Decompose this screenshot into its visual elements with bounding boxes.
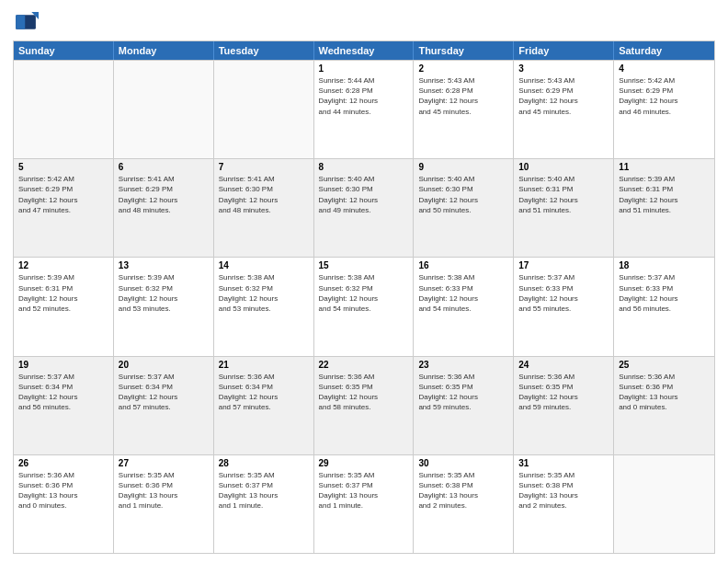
day-info: Sunrise: 5:35 AMSunset: 6:37 PMDaylight:… xyxy=(219,470,309,511)
day-number: 4 xyxy=(619,63,710,74)
day-number: 17 xyxy=(518,260,609,270)
cal-cell: 2Sunrise: 5:43 AMSunset: 6:28 PMDaylight… xyxy=(414,61,514,158)
cal-header-cell: Tuesday xyxy=(214,41,314,60)
cal-header-cell: Thursday xyxy=(414,41,514,60)
day-number: 3 xyxy=(518,63,609,74)
day-number: 11 xyxy=(619,162,710,172)
cal-cell: 19Sunrise: 5:37 AMSunset: 6:34 PMDayligh… xyxy=(14,357,114,454)
cal-cell: 12Sunrise: 5:39 AMSunset: 6:31 PMDayligh… xyxy=(14,258,114,355)
day-number: 30 xyxy=(418,458,508,468)
cal-cell: 13Sunrise: 5:39 AMSunset: 6:32 PMDayligh… xyxy=(114,258,214,355)
day-info: Sunrise: 5:39 AMSunset: 6:31 PMDaylight:… xyxy=(18,272,108,314)
cal-cell: 6Sunrise: 5:41 AMSunset: 6:29 PMDaylight… xyxy=(114,159,214,257)
day-info: Sunrise: 5:36 AMSunset: 6:34 PMDaylight:… xyxy=(219,372,309,413)
cal-cell: 4Sunrise: 5:42 AMSunset: 6:29 PMDaylight… xyxy=(614,61,714,158)
day-number: 6 xyxy=(119,162,209,172)
cal-cell xyxy=(214,61,314,158)
cal-cell xyxy=(14,61,114,158)
cal-header-cell: Monday xyxy=(114,41,214,60)
day-info: Sunrise: 5:36 AMSunset: 6:36 PMDaylight:… xyxy=(18,470,108,511)
day-info: Sunrise: 5:35 AMSunset: 6:38 PMDaylight:… xyxy=(418,470,508,511)
day-number: 5 xyxy=(18,162,108,172)
cal-cell: 27Sunrise: 5:35 AMSunset: 6:36 PMDayligh… xyxy=(114,455,214,553)
day-info: Sunrise: 5:38 AMSunset: 6:33 PMDaylight:… xyxy=(418,272,508,314)
cal-header-cell: Wednesday xyxy=(314,41,415,60)
cal-cell: 11Sunrise: 5:39 AMSunset: 6:31 PMDayligh… xyxy=(614,159,714,257)
day-number: 9 xyxy=(418,162,508,172)
cal-cell: 29Sunrise: 5:35 AMSunset: 6:37 PMDayligh… xyxy=(314,455,415,553)
day-info: Sunrise: 5:40 AMSunset: 6:30 PMDaylight:… xyxy=(418,174,508,215)
day-info: Sunrise: 5:36 AMSunset: 6:36 PMDaylight:… xyxy=(619,372,710,413)
day-info: Sunrise: 5:40 AMSunset: 6:30 PMDaylight:… xyxy=(319,174,409,215)
cal-cell: 26Sunrise: 5:36 AMSunset: 6:36 PMDayligh… xyxy=(14,455,114,553)
day-number: 19 xyxy=(18,360,108,370)
page: SundayMondayTuesdayWednesdayThursdayFrid… xyxy=(0,0,728,563)
day-info: Sunrise: 5:38 AMSunset: 6:32 PMDaylight:… xyxy=(219,272,309,314)
day-info: Sunrise: 5:42 AMSunset: 6:29 PMDaylight:… xyxy=(18,174,108,215)
cal-row: 12Sunrise: 5:39 AMSunset: 6:31 PMDayligh… xyxy=(14,257,714,355)
cal-cell: 23Sunrise: 5:36 AMSunset: 6:35 PMDayligh… xyxy=(414,357,514,454)
logo-icon xyxy=(13,9,39,35)
day-info: Sunrise: 5:37 AMSunset: 6:34 PMDaylight:… xyxy=(18,372,108,413)
day-info: Sunrise: 5:37 AMSunset: 6:34 PMDaylight:… xyxy=(119,372,209,413)
cal-row: 19Sunrise: 5:37 AMSunset: 6:34 PMDayligh… xyxy=(14,356,714,454)
cal-cell: 9Sunrise: 5:40 AMSunset: 6:30 PMDaylight… xyxy=(414,159,514,257)
day-info: Sunrise: 5:36 AMSunset: 6:35 PMDaylight:… xyxy=(518,372,609,413)
cal-row: 1Sunrise: 5:44 AMSunset: 6:28 PMDaylight… xyxy=(14,60,714,158)
day-number: 13 xyxy=(119,260,209,270)
day-number: 2 xyxy=(418,63,508,74)
day-number: 14 xyxy=(219,260,309,270)
cal-cell xyxy=(114,61,214,158)
day-info: Sunrise: 5:41 AMSunset: 6:30 PMDaylight:… xyxy=(219,174,309,215)
day-number: 23 xyxy=(418,360,508,370)
day-number: 31 xyxy=(518,458,609,468)
cal-cell: 15Sunrise: 5:38 AMSunset: 6:32 PMDayligh… xyxy=(314,258,415,355)
cal-cell: 16Sunrise: 5:38 AMSunset: 6:33 PMDayligh… xyxy=(414,258,514,355)
cal-row: 5Sunrise: 5:42 AMSunset: 6:29 PMDaylight… xyxy=(14,158,714,257)
day-number: 16 xyxy=(418,260,508,270)
day-number: 21 xyxy=(219,360,309,370)
cal-cell: 24Sunrise: 5:36 AMSunset: 6:35 PMDayligh… xyxy=(514,357,614,454)
calendar: SundayMondayTuesdayWednesdayThursdayFrid… xyxy=(13,40,715,554)
day-info: Sunrise: 5:37 AMSunset: 6:33 PMDaylight:… xyxy=(518,272,609,314)
day-info: Sunrise: 5:40 AMSunset: 6:31 PMDaylight:… xyxy=(518,174,609,215)
day-number: 8 xyxy=(319,162,409,172)
day-number: 18 xyxy=(619,260,710,270)
day-info: Sunrise: 5:36 AMSunset: 6:35 PMDaylight:… xyxy=(319,372,409,413)
day-info: Sunrise: 5:35 AMSunset: 6:37 PMDaylight:… xyxy=(319,470,409,511)
day-info: Sunrise: 5:35 AMSunset: 6:36 PMDaylight:… xyxy=(119,470,209,511)
cal-cell: 22Sunrise: 5:36 AMSunset: 6:35 PMDayligh… xyxy=(314,357,415,454)
day-number: 29 xyxy=(319,458,409,468)
cal-row: 26Sunrise: 5:36 AMSunset: 6:36 PMDayligh… xyxy=(14,454,714,553)
day-number: 27 xyxy=(119,458,209,468)
cal-header-cell: Friday xyxy=(514,41,614,60)
day-info: Sunrise: 5:37 AMSunset: 6:33 PMDaylight:… xyxy=(619,272,710,314)
day-number: 10 xyxy=(518,162,609,172)
header xyxy=(13,9,715,35)
logo xyxy=(13,9,42,35)
day-number: 7 xyxy=(219,162,309,172)
day-info: Sunrise: 5:39 AMSunset: 6:31 PMDaylight:… xyxy=(619,174,710,215)
cal-cell: 8Sunrise: 5:40 AMSunset: 6:30 PMDaylight… xyxy=(314,159,415,257)
cal-cell: 3Sunrise: 5:43 AMSunset: 6:29 PMDaylight… xyxy=(514,61,614,158)
cal-cell: 14Sunrise: 5:38 AMSunset: 6:32 PMDayligh… xyxy=(214,258,314,355)
cal-cell: 7Sunrise: 5:41 AMSunset: 6:30 PMDaylight… xyxy=(214,159,314,257)
day-number: 25 xyxy=(619,360,710,370)
cal-cell: 18Sunrise: 5:37 AMSunset: 6:33 PMDayligh… xyxy=(614,258,714,355)
svg-rect-2 xyxy=(16,15,25,29)
day-info: Sunrise: 5:38 AMSunset: 6:32 PMDaylight:… xyxy=(319,272,409,314)
day-number: 12 xyxy=(18,260,108,270)
day-info: Sunrise: 5:39 AMSunset: 6:32 PMDaylight:… xyxy=(119,272,209,314)
day-number: 1 xyxy=(319,63,409,74)
cal-header-cell: Saturday xyxy=(614,41,714,60)
day-number: 24 xyxy=(518,360,609,370)
day-info: Sunrise: 5:43 AMSunset: 6:29 PMDaylight:… xyxy=(518,75,609,117)
cal-cell: 30Sunrise: 5:35 AMSunset: 6:38 PMDayligh… xyxy=(414,455,514,553)
cal-cell xyxy=(614,455,714,553)
day-info: Sunrise: 5:35 AMSunset: 6:38 PMDaylight:… xyxy=(518,470,609,511)
cal-cell: 17Sunrise: 5:37 AMSunset: 6:33 PMDayligh… xyxy=(514,258,614,355)
cal-cell: 21Sunrise: 5:36 AMSunset: 6:34 PMDayligh… xyxy=(214,357,314,454)
calendar-header-row: SundayMondayTuesdayWednesdayThursdayFrid… xyxy=(14,41,714,60)
cal-cell: 5Sunrise: 5:42 AMSunset: 6:29 PMDaylight… xyxy=(14,159,114,257)
calendar-body: 1Sunrise: 5:44 AMSunset: 6:28 PMDaylight… xyxy=(14,60,714,553)
